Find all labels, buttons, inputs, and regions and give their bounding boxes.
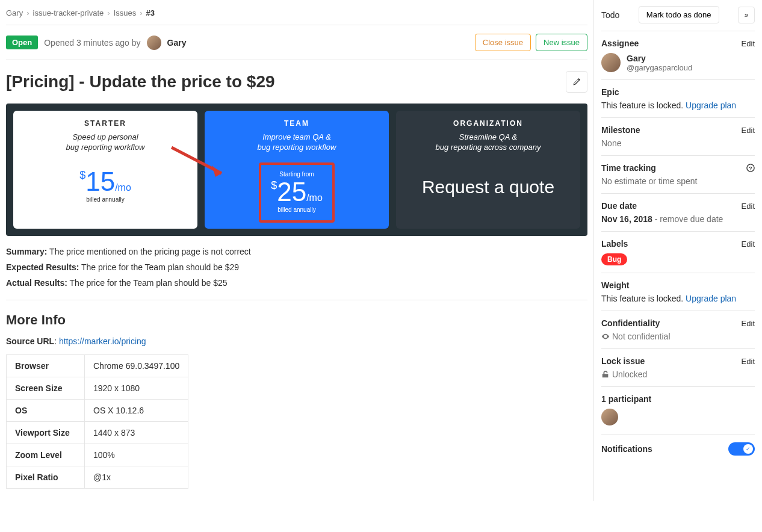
edit-lock-link[interactable]: Edit (742, 357, 755, 366)
actual-results-line: Actual Results: The price for the Team p… (6, 278, 587, 288)
edit-due-date-link[interactable]: Edit (742, 202, 755, 211)
chevron-right-icon: › (26, 8, 29, 17)
avatar[interactable] (601, 409, 618, 425)
eye-icon (601, 332, 610, 341)
assignee-name[interactable]: Gary (627, 54, 692, 63)
breadcrumb-id: #3 (146, 8, 155, 17)
breadcrumb: Gary› issue-tracker-private› Issues› #3 (6, 6, 587, 25)
time-tracking-value: No estimate or time spent (601, 176, 755, 186)
plan-price: $15/mo (79, 169, 131, 195)
expected-results-line: Expected Results: The price for the Team… (6, 262, 587, 272)
milestone-label: Milestone (601, 125, 640, 135)
chevron-right-icon: » (745, 11, 749, 19)
more-info-heading: More Info (6, 312, 587, 328)
breadcrumb-user[interactable]: Gary (6, 8, 23, 17)
avatar[interactable] (147, 36, 161, 50)
avatar[interactable] (601, 53, 621, 72)
plan-billing: billed annually (271, 206, 323, 213)
new-issue-button[interactable]: New issue (536, 34, 587, 51)
svg-text:?: ? (749, 165, 752, 172)
source-url-line: Source URL: https://marker.io/pricing (6, 336, 587, 346)
close-issue-button[interactable]: Close issue (475, 34, 531, 51)
weight-label: Weight (601, 280, 629, 290)
assignee-label: Assignee (601, 39, 639, 48)
due-date-value: Nov 16, 2018 (601, 214, 652, 224)
source-url-link[interactable]: https://marker.io/pricing (59, 336, 146, 346)
author-link[interactable]: Gary (167, 38, 187, 48)
plan-tier-label: ORGANIZATION (403, 119, 573, 128)
table-row: Zoom Level100% (7, 444, 188, 466)
attached-image: STARTER Speed up personalbug reporting w… (6, 104, 587, 236)
table-row: Pixel Ratio@1x (7, 466, 188, 489)
plan-tier-label: STARTER (20, 119, 190, 128)
edit-labels-link[interactable]: Edit (742, 240, 755, 249)
environment-table: BrowserChrome 69.0.3497.100 Screen Size1… (6, 354, 188, 489)
breadcrumb-section[interactable]: Issues (114, 8, 137, 17)
unlock-icon (601, 370, 610, 379)
confidentiality-value: Not confidential (612, 332, 671, 341)
table-row: Viewport Size1440 x 873 (7, 422, 188, 444)
summary-line: Summary: The price mentioned on the pric… (6, 247, 587, 256)
participants-label: 1 participant (601, 394, 651, 404)
opened-text: Opened 3 minutes ago by (44, 38, 140, 48)
annotation-arrow-icon (169, 144, 235, 193)
edit-confidentiality-link[interactable]: Edit (742, 319, 755, 328)
notifications-label: Notifications (601, 444, 652, 454)
assignee-handle: @garygasparcloud (627, 63, 692, 72)
plan-billing: billed annually (79, 196, 131, 203)
collapse-sidebar-button[interactable]: » (738, 7, 755, 23)
annotation-highlight: Starting from $25/mo billed annually (259, 162, 335, 223)
upgrade-plan-link[interactable]: Upgrade plan (686, 294, 736, 303)
locked-text: This feature is locked. (601, 294, 686, 303)
status-badge: Open (6, 36, 38, 49)
table-row: BrowserChrome 69.0.3497.100 (7, 355, 188, 377)
breadcrumb-repo[interactable]: issue-tracker-private (33, 8, 104, 17)
pricing-card-org: ORGANIZATION Streamline QA &bug reportin… (396, 111, 580, 229)
upgrade-plan-link[interactable]: Upgrade plan (686, 101, 736, 110)
table-row: Screen Size1920 x 1080 (7, 377, 188, 400)
check-icon: ✓ (746, 446, 751, 452)
plan-tagline: Streamline QA &bug reporting across comp… (403, 132, 573, 153)
table-row: OSOS X 10.12.6 (7, 400, 188, 422)
chevron-right-icon: › (107, 8, 110, 17)
edit-milestone-link[interactable]: Edit (742, 126, 755, 135)
milestone-value: None (601, 138, 755, 148)
pricing-card-team: TEAM Improve team QA &bug reporting work… (205, 111, 389, 229)
notifications-toggle[interactable]: ✓ (728, 442, 755, 456)
issue-title: [Pricing] - Update the price to $29 (6, 72, 275, 91)
pencil-icon (572, 78, 581, 86)
todo-label: Todo (601, 10, 619, 20)
confidentiality-label: Confidentiality (601, 318, 660, 328)
labels-label: Labels (601, 239, 628, 249)
plan-tagline: Speed up personalbug reporting workflow (20, 132, 190, 153)
plan-tagline: Improve team QA &bug reporting workflow (212, 132, 382, 153)
remove-due-date-link[interactable]: - remove due date (652, 214, 723, 224)
lock-issue-label: Lock issue (601, 356, 645, 366)
edit-title-button[interactable] (566, 71, 587, 93)
due-date-label: Due date (601, 201, 637, 211)
plan-quote: Request a quote (403, 177, 573, 197)
epic-label: Epic (601, 87, 619, 97)
time-tracking-label: Time tracking (601, 163, 656, 173)
lock-value: Unlocked (612, 370, 647, 379)
plan-tier-label: TEAM (212, 119, 382, 128)
mark-todo-done-button[interactable]: Mark todo as done (639, 6, 719, 23)
plan-price: $25/mo (271, 179, 323, 205)
locked-text: This feature is locked. (601, 101, 686, 110)
edit-assignee-link[interactable]: Edit (742, 39, 755, 48)
bug-label-chip[interactable]: Bug (601, 253, 627, 265)
chevron-right-icon: › (140, 8, 142, 17)
help-icon[interactable]: ? (746, 164, 755, 172)
